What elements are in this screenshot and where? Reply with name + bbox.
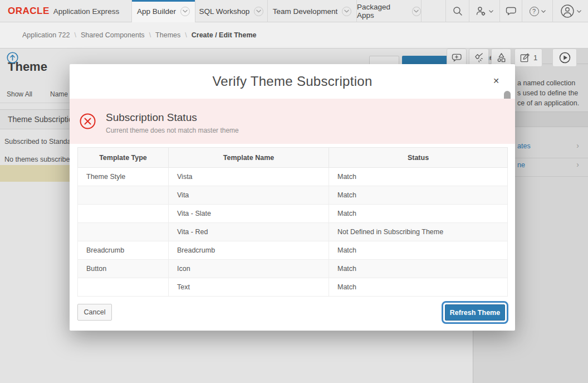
cancel-button[interactable]: Cancel xyxy=(77,304,112,321)
sidebar-link-theme[interactable]: ne xyxy=(517,161,525,169)
tab-sql-workshop[interactable]: SQL Workshop xyxy=(195,0,268,22)
quick-edit-button[interactable]: 1 xyxy=(514,49,542,67)
table-cell: Icon xyxy=(169,260,329,278)
product-name: Application Express xyxy=(53,7,120,16)
flashlight-icon xyxy=(474,52,484,63)
refresh-theme-button[interactable]: Refresh Theme xyxy=(445,304,505,321)
navbar: ORACLE Application Express App Builder S… xyxy=(0,0,588,22)
subscription-summary-text: Subscribed to Standa xyxy=(4,138,71,146)
chevron-right-icon: › xyxy=(576,160,579,169)
table-row: Theme StyleVistaMatch xyxy=(78,168,508,186)
table-row: Vita - SlateMatch xyxy=(78,205,508,223)
table-cell: Theme Style xyxy=(78,168,169,186)
table-cell xyxy=(78,205,169,223)
column-header: Status xyxy=(329,148,508,168)
template-status-table: Template Type Template Name Status Theme… xyxy=(77,147,508,297)
table-cell: Button xyxy=(78,260,169,278)
table-cell: Match xyxy=(329,186,508,205)
table-row: BreadcrumbBreadcrumbMatch xyxy=(78,241,508,260)
tab-show-all[interactable]: Show All xyxy=(7,90,32,98)
up-level-icon[interactable] xyxy=(7,52,18,64)
subscription-status-alert: Subscription Status Current theme does n… xyxy=(70,99,515,144)
table-cell: Vita - Slate xyxy=(169,205,329,223)
help-line: s used to define the xyxy=(517,88,579,98)
run-app-button[interactable] xyxy=(552,49,577,67)
search-icon xyxy=(452,6,463,17)
comment-plus-icon xyxy=(452,53,462,62)
table-header-row: Template Type Template Name Status xyxy=(78,148,508,168)
breadcrumb-separator: \ xyxy=(185,31,187,39)
alert-title: Subscription Status xyxy=(106,111,197,124)
table-cell: Match xyxy=(329,278,508,297)
feedback-button[interactable] xyxy=(499,0,522,22)
edit-icon xyxy=(520,52,530,63)
breadcrumb-current: Create / Edit Theme xyxy=(192,31,257,39)
breadcrumb-separator: \ xyxy=(149,31,151,39)
chevron-right-icon: › xyxy=(576,141,579,150)
table-cell xyxy=(78,223,169,241)
oracle-logo: ORACLE xyxy=(8,6,50,17)
chevron-down-icon[interactable] xyxy=(180,7,190,16)
table-cell xyxy=(78,278,169,297)
sidebar-link-templates[interactable]: ates xyxy=(517,142,531,150)
chevron-down-icon[interactable] xyxy=(254,7,263,16)
tab-label: SQL Workshop xyxy=(199,7,250,16)
column-header: Template Name xyxy=(169,148,329,168)
table-cell: Breadcrumb xyxy=(78,241,169,260)
breadcrumb-separator: \ xyxy=(74,31,76,39)
modal-table-body: Theme StyleVistaMatchVitaMatchVita - Sla… xyxy=(78,168,508,297)
help-line: ce of an application. xyxy=(517,98,579,108)
tab-label: Packaged Apps xyxy=(357,3,408,20)
error-circle-x-icon xyxy=(80,113,96,129)
breadcrumb-bar: Application 722 \ Shared Components \ Th… xyxy=(0,22,588,49)
chevron-down-icon[interactable] xyxy=(342,7,351,16)
table-cell xyxy=(78,186,169,205)
search-button[interactable] xyxy=(445,0,469,22)
close-icon[interactable]: ✕ xyxy=(491,74,502,88)
verify-theme-subscription-dialog: Verify Theme Subscription ✕ Subscription… xyxy=(70,64,515,331)
table-row: Vita - RedNot Defined in Subscribing The… xyxy=(78,223,508,241)
table-cell: Match xyxy=(329,260,508,278)
dialog-title: Verify Theme Subscription xyxy=(70,74,515,89)
tab-name[interactable]: Name xyxy=(50,90,68,98)
chevron-down-icon xyxy=(541,10,546,13)
tab-label: App Builder xyxy=(137,7,176,16)
tab-label: Team Development xyxy=(273,7,337,16)
table-cell: Not Defined in Subscribing Theme xyxy=(329,223,508,241)
account-button[interactable] xyxy=(552,0,588,22)
edit-count: 1 xyxy=(533,54,537,62)
table-cell: Text xyxy=(169,278,329,297)
chevron-down-icon xyxy=(489,10,493,13)
tab-app-builder[interactable]: App Builder xyxy=(131,0,195,22)
play-icon xyxy=(559,52,571,64)
alert-message: Current theme does not match master them… xyxy=(106,127,239,134)
breadcrumb-item[interactable]: Themes xyxy=(155,31,180,39)
table-row: VitaMatch xyxy=(78,186,508,205)
table-cell: Vita xyxy=(169,186,329,205)
table-cell: Match xyxy=(329,241,508,260)
section-header-label: Theme Subscriptio xyxy=(8,110,73,129)
chevron-down-icon[interactable] xyxy=(412,7,421,16)
table-cell: Vita - Red xyxy=(169,223,329,241)
sidebar-help-text: a named collection s used to define the … xyxy=(517,78,579,108)
no-themes-text: No themes subscribe xyxy=(4,156,70,163)
chat-bubble-icon xyxy=(506,6,517,16)
breadcrumb: Application 722 \ Shared Components \ Th… xyxy=(22,22,256,48)
help-icon: ? xyxy=(530,7,539,16)
shapes-icon xyxy=(496,52,507,63)
breadcrumb-item[interactable]: Shared Components xyxy=(81,31,145,39)
help-line: a named collection xyxy=(517,78,579,88)
user-circle-icon xyxy=(560,4,575,18)
tab-packaged-apps[interactable]: Packaged Apps xyxy=(357,0,422,22)
table-cell: Breadcrumb xyxy=(169,241,329,260)
breadcrumb-item[interactable]: Application 722 xyxy=(22,31,70,39)
help-button[interactable]: ? xyxy=(522,0,552,22)
table-row: TextMatch xyxy=(78,278,508,297)
user-gear-icon xyxy=(476,6,487,17)
administration-button[interactable] xyxy=(469,0,499,22)
column-header: Template Type xyxy=(78,148,169,168)
table-row: ButtonIconMatch xyxy=(78,260,508,278)
table-cell: Match xyxy=(329,205,508,223)
tab-team-development[interactable]: Team Development xyxy=(268,0,357,22)
table-cell: Match xyxy=(329,168,508,186)
